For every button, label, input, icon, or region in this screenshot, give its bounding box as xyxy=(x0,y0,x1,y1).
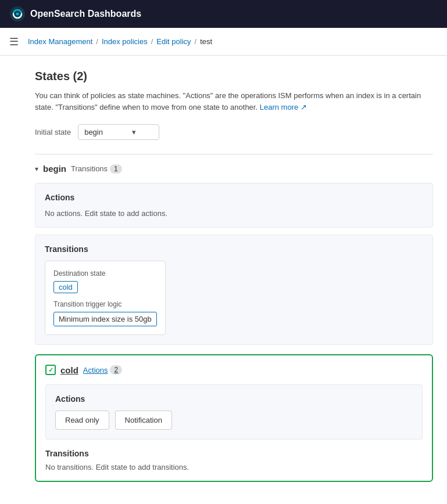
logo: OpenSearch Dashboards xyxy=(9,6,141,22)
initial-state-label: Initial state xyxy=(35,128,71,136)
trigger-value: Minimum index size is 50gb xyxy=(53,312,157,326)
action-pill-notification: Notification xyxy=(115,411,172,430)
cold-actions-badge[interactable]: Actions 2 xyxy=(83,365,122,375)
initial-state-select[interactable]: begin ▾ xyxy=(78,124,159,140)
svg-point-1 xyxy=(16,13,19,16)
begin-transitions-count: 1 xyxy=(110,164,122,174)
begin-transitions-badge: Transitions 1 xyxy=(71,164,122,174)
chevron-down-icon: ▾ xyxy=(132,128,136,136)
breadcrumb-index-policies[interactable]: Index policies xyxy=(102,37,148,46)
cold-actions-count: 2 xyxy=(110,365,122,375)
cold-state-name: cold xyxy=(60,365,78,375)
breadcrumb-sep-3: / xyxy=(195,37,197,46)
breadcrumb-index-management[interactable]: Index Management xyxy=(28,37,92,46)
cold-transitions-title: Transitions xyxy=(45,449,423,458)
begin-chevron-icon: ▾ xyxy=(35,165,38,173)
cold-actions-label: Actions xyxy=(83,366,108,375)
trigger-label: Transition trigger logic xyxy=(53,300,157,308)
cold-checkbox-icon xyxy=(45,365,56,375)
cold-actions-title: Actions xyxy=(55,394,413,404)
cold-action-pills: Read only Notification xyxy=(55,411,413,430)
breadcrumb: Index Management / Index policies / Edit… xyxy=(28,37,212,46)
learn-more-link[interactable]: Learn more ↗ xyxy=(260,103,307,111)
cold-transitions-section: Transitions No transitions. Edit state t… xyxy=(45,449,423,471)
breadcrumb-edit-policy[interactable]: Edit policy xyxy=(156,37,191,46)
dest-state-label: Destination state xyxy=(53,269,157,278)
breadcrumb-current: test xyxy=(200,37,212,46)
initial-state-value: begin xyxy=(84,128,103,136)
state-begin-section: ▾ begin Transitions 1 Actions No actions… xyxy=(35,154,433,345)
state-begin-header[interactable]: ▾ begin Transitions 1 xyxy=(35,164,433,174)
begin-actions-panel: Actions No actions. Edit state to add ac… xyxy=(35,183,433,228)
state-cold-section: cold Actions 2 Actions Read only Notific… xyxy=(35,354,433,482)
cold-transitions-empty: No transitions. Edit state to add transi… xyxy=(45,463,423,471)
top-nav: OpenSearch Dashboards xyxy=(0,0,447,28)
breadcrumb-sep-1: / xyxy=(96,37,98,46)
begin-transitions-panel: Transitions Destination state cold Trans… xyxy=(35,235,433,345)
begin-actions-title: Actions xyxy=(45,193,423,202)
breadcrumb-bar: ☰ Index Management / Index policies / Ed… xyxy=(0,28,447,56)
page-description: You can think of policies as state machi… xyxy=(35,90,433,113)
state-cold-header[interactable]: cold Actions 2 xyxy=(45,365,423,375)
begin-transitions-title: Transitions xyxy=(45,244,423,254)
action-pill-readonly: Read only xyxy=(55,411,109,430)
logo-text: OpenSearch Dashboards xyxy=(30,9,141,19)
page-title: States (2) xyxy=(35,70,433,83)
initial-state-row: Initial state begin ▾ xyxy=(35,124,433,140)
main-content: States (2) You can think of policies as … xyxy=(0,56,447,496)
dest-state-badge: cold xyxy=(53,281,78,293)
menu-icon[interactable]: ☰ xyxy=(9,35,19,48)
begin-actions-empty: No actions. Edit state to add actions. xyxy=(45,209,423,218)
cold-actions-panel: Actions Read only Notification xyxy=(45,384,423,440)
begin-transition-card: Destination state cold Transition trigge… xyxy=(45,261,166,335)
breadcrumb-sep-2: / xyxy=(151,37,153,46)
begin-state-name: begin xyxy=(43,164,66,174)
